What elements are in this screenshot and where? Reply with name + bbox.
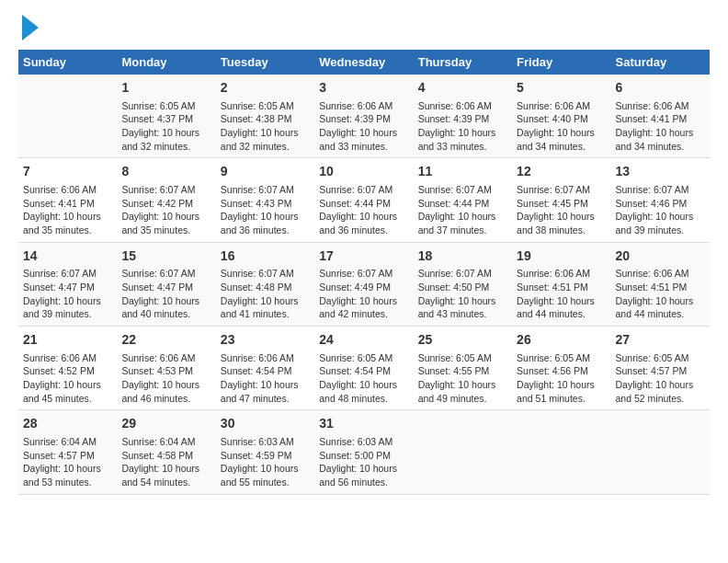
day-number: 10 xyxy=(319,163,408,181)
day-info: Sunset: 4:48 PM xyxy=(221,281,310,294)
header-tuesday: Tuesday xyxy=(216,50,314,75)
calendar-cell xyxy=(611,410,710,494)
day-number: 24 xyxy=(319,331,408,350)
day-info: Sunset: 4:50 PM xyxy=(418,281,507,294)
day-info: and 44 minutes. xyxy=(616,307,705,321)
day-info: Sunset: 4:46 PM xyxy=(616,197,705,211)
day-number: 1 xyxy=(121,79,210,98)
day-number: 13 xyxy=(616,163,705,181)
day-info: Sunrise: 6:05 AM xyxy=(121,99,210,113)
day-info: Daylight: 10 hours xyxy=(121,378,210,392)
header-saturday: Saturday xyxy=(611,50,710,75)
day-info: Sunrise: 6:05 AM xyxy=(418,351,507,365)
day-info: and 54 minutes. xyxy=(121,476,210,489)
day-info: Sunset: 4:49 PM xyxy=(319,281,408,294)
day-info: Sunset: 4:57 PM xyxy=(23,449,112,463)
day-info: Daylight: 10 hours xyxy=(616,294,705,308)
day-info: and 33 minutes. xyxy=(319,140,408,154)
day-info: and 44 minutes. xyxy=(517,307,606,321)
calendar-cell: 30Sunrise: 6:03 AMSunset: 4:59 PMDayligh… xyxy=(216,410,314,494)
day-info: Sunrise: 6:07 AM xyxy=(221,267,310,281)
day-number: 8 xyxy=(121,163,210,181)
day-number: 12 xyxy=(517,163,606,181)
calendar-cell: 19Sunrise: 6:06 AMSunset: 4:51 PMDayligh… xyxy=(512,242,610,326)
day-info: Daylight: 10 hours xyxy=(517,126,606,140)
day-info: Sunrise: 6:07 AM xyxy=(121,267,210,281)
day-info: Sunset: 4:42 PM xyxy=(121,197,210,211)
calendar-cell: 8Sunrise: 6:07 AMSunset: 4:42 PMDaylight… xyxy=(117,158,215,242)
calendar-cell: 15Sunrise: 6:07 AMSunset: 4:47 PMDayligh… xyxy=(117,242,215,326)
calendar-cell: 4Sunrise: 6:06 AMSunset: 4:39 PMDaylight… xyxy=(414,75,512,158)
day-info: and 45 minutes. xyxy=(23,392,112,406)
calendar-cell: 20Sunrise: 6:06 AMSunset: 4:51 PMDayligh… xyxy=(611,242,710,326)
day-info: Daylight: 10 hours xyxy=(221,294,310,308)
day-info: and 43 minutes. xyxy=(418,307,507,321)
calendar-cell: 26Sunrise: 6:05 AMSunset: 4:56 PMDayligh… xyxy=(512,327,610,410)
calendar-cell: 28Sunrise: 6:04 AMSunset: 4:57 PMDayligh… xyxy=(18,410,117,494)
day-info: Daylight: 10 hours xyxy=(121,462,210,476)
day-number: 19 xyxy=(517,247,606,266)
day-number: 28 xyxy=(23,415,112,433)
calendar-cell: 31Sunrise: 6:03 AMSunset: 5:00 PMDayligh… xyxy=(314,410,413,494)
day-info: Sunrise: 6:06 AM xyxy=(23,351,112,365)
day-info: Sunset: 4:44 PM xyxy=(418,197,507,211)
calendar-cell: 16Sunrise: 6:07 AMSunset: 4:48 PMDayligh… xyxy=(216,242,314,326)
day-info: Sunset: 4:56 PM xyxy=(517,364,606,378)
day-info: Daylight: 10 hours xyxy=(616,378,705,392)
day-info: Daylight: 10 hours xyxy=(121,126,210,140)
day-info: Sunrise: 6:07 AM xyxy=(23,267,112,281)
day-info: Sunset: 4:58 PM xyxy=(121,449,210,463)
day-info: Daylight: 10 hours xyxy=(319,294,408,308)
day-info: and 52 minutes. xyxy=(616,392,705,406)
day-info: Daylight: 10 hours xyxy=(319,210,408,224)
day-info: and 39 minutes. xyxy=(616,224,705,237)
day-info: Sunset: 4:51 PM xyxy=(616,281,705,294)
day-info: and 33 minutes. xyxy=(418,140,507,154)
header-thursday: Thursday xyxy=(414,50,512,75)
day-number: 5 xyxy=(517,79,606,98)
day-info: Daylight: 10 hours xyxy=(221,462,310,476)
day-info: and 46 minutes. xyxy=(121,392,210,406)
day-number: 11 xyxy=(418,163,507,181)
day-info: Sunset: 4:47 PM xyxy=(121,281,210,294)
day-info: Sunrise: 6:07 AM xyxy=(616,183,705,197)
day-info: Sunrise: 6:04 AM xyxy=(23,435,112,449)
day-info: Sunset: 4:44 PM xyxy=(319,197,408,211)
day-info: Sunrise: 6:07 AM xyxy=(319,267,408,281)
day-info: Sunrise: 6:06 AM xyxy=(517,99,606,113)
day-number: 22 xyxy=(121,331,210,350)
calendar-cell: 9Sunrise: 6:07 AMSunset: 4:43 PMDaylight… xyxy=(216,158,314,242)
day-info: Sunset: 4:39 PM xyxy=(319,112,408,126)
calendar-week-row: 21Sunrise: 6:06 AMSunset: 4:52 PMDayligh… xyxy=(18,327,710,410)
day-info: Sunrise: 6:07 AM xyxy=(221,183,310,197)
day-info: Sunrise: 6:05 AM xyxy=(221,99,310,113)
day-info: Sunrise: 6:06 AM xyxy=(319,99,408,113)
day-info: Sunrise: 6:06 AM xyxy=(616,267,705,281)
day-info: and 53 minutes. xyxy=(23,476,112,489)
day-info: and 37 minutes. xyxy=(418,224,507,237)
day-info: Sunrise: 6:06 AM xyxy=(517,267,606,281)
day-info: Sunset: 4:54 PM xyxy=(319,364,408,378)
day-info: Sunset: 4:55 PM xyxy=(418,364,507,378)
day-info: Daylight: 10 hours xyxy=(517,378,606,392)
day-info: Sunset: 4:51 PM xyxy=(517,281,606,294)
day-info: Sunrise: 6:04 AM xyxy=(121,435,210,449)
day-info: Sunrise: 6:07 AM xyxy=(418,267,507,281)
calendar-cell: 25Sunrise: 6:05 AMSunset: 4:55 PMDayligh… xyxy=(414,327,512,410)
day-info: Sunrise: 6:05 AM xyxy=(616,351,705,365)
logo xyxy=(18,18,39,40)
calendar-cell: 21Sunrise: 6:06 AMSunset: 4:52 PMDayligh… xyxy=(18,327,117,410)
day-info: Sunset: 4:39 PM xyxy=(418,112,507,126)
calendar-cell: 27Sunrise: 6:05 AMSunset: 4:57 PMDayligh… xyxy=(611,327,710,410)
day-info: and 41 minutes. xyxy=(221,307,310,321)
day-info: Sunrise: 6:06 AM xyxy=(121,351,210,365)
day-number: 25 xyxy=(418,331,507,350)
day-number: 7 xyxy=(23,163,112,181)
day-info: Daylight: 10 hours xyxy=(319,462,408,476)
day-info: Daylight: 10 hours xyxy=(418,378,507,392)
calendar-week-row: 7Sunrise: 6:06 AMSunset: 4:41 PMDaylight… xyxy=(18,158,710,242)
day-info: Sunrise: 6:07 AM xyxy=(121,183,210,197)
day-number: 27 xyxy=(616,331,705,350)
day-info: and 48 minutes. xyxy=(319,392,408,406)
day-info: Sunset: 5:00 PM xyxy=(319,449,408,463)
